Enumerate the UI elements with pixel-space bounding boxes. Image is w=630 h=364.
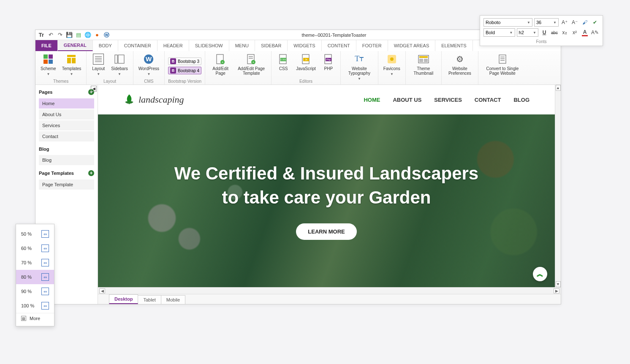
font-size-select[interactable]: 36▼ <box>534 18 559 27</box>
page-item-contact[interactable]: Contact <box>39 131 94 141</box>
font-family-select[interactable]: Roboto▼ <box>483 18 532 27</box>
bootstrap3-option[interactable]: B Bootstrap 3 <box>168 57 201 65</box>
pages-section-header: Pages + <box>35 85 98 98</box>
css-editor-button[interactable]: CSS CSS <box>275 53 292 72</box>
tab-widget-areas[interactable]: WIDGET AREAS <box>388 40 436 51</box>
prefs-button[interactable]: ⚙ Website Preferences <box>445 53 475 76</box>
strikethrough-button[interactable]: abc <box>550 28 559 37</box>
apply-button[interactable]: ✔ <box>591 18 599 27</box>
redo-icon[interactable]: ↷ <box>57 32 63 38</box>
blog-item[interactable]: Blog <box>39 155 94 165</box>
group-label: Layout <box>90 79 129 84</box>
font-weight-select[interactable]: Bold▼ <box>483 28 515 37</box>
zoom-50[interactable]: 50 %⇔ <box>16 227 54 241</box>
heading-select[interactable]: h2▼ <box>517 28 538 37</box>
tab-slideshow[interactable]: SLIDESHOW <box>189 40 229 51</box>
tab-footer[interactable]: FOOTER <box>356 40 388 51</box>
templates-button[interactable]: Templates ▼ <box>60 53 83 77</box>
device-tab-mobile[interactable]: Mobile <box>161 295 185 304</box>
wordpress-icon[interactable]: ⓦ <box>103 32 110 38</box>
save-icon[interactable]: 💾 <box>66 32 73 38</box>
subscript-button[interactable]: x₂ <box>560 28 569 37</box>
tab-general[interactable]: GENERAL <box>58 40 93 51</box>
tab-widgets[interactable]: WIDGETS <box>288 40 321 51</box>
js-editor-button[interactable]: Js JavaScript <box>294 53 318 72</box>
tab-sidebar[interactable]: SIDEBAR <box>255 40 288 51</box>
zoom-70[interactable]: 70 %⇔ <box>16 255 54 270</box>
clear-format-button[interactable]: A✎ <box>591 28 599 37</box>
horizontal-scrollbar[interactable]: ◀ ▶ <box>98 287 561 294</box>
scroll-left-arrow[interactable]: ◀ <box>99 288 105 293</box>
php-label: PHP <box>324 66 333 71</box>
learn-more-button[interactable]: LEARN MORE <box>296 223 356 240</box>
page-item-services[interactable]: Services <box>39 120 94 130</box>
typography-icon: Tᴛ <box>354 54 365 65</box>
nav-services[interactable]: SERVICES <box>434 97 462 103</box>
site-logo[interactable]: landscaping <box>123 94 184 106</box>
add-template-button[interactable]: + <box>88 170 94 176</box>
layout-button[interactable]: Layout ▼ <box>90 53 107 77</box>
php-editor-button[interactable]: Php PHP <box>320 53 337 72</box>
new-file-icon[interactable]: ▤ <box>75 32 82 38</box>
convert-button[interactable]: Convert to Single Page Website <box>482 53 523 76</box>
font-color-button[interactable]: A <box>581 28 589 37</box>
font-size-value: 36 <box>536 20 541 25</box>
ribbon-group-bootstrap: B Bootstrap 3 B Bootstrap 4 Bootstrap Ve… <box>165 51 205 84</box>
undo-icon[interactable]: ↶ <box>47 32 54 38</box>
device-tab-desktop[interactable]: Desktop <box>109 294 138 304</box>
wordpress-button[interactable]: W WordPress ▼ <box>137 53 161 77</box>
ribbon-group-layout: Layout ▼ Sidebars ▼ Layout <box>87 51 133 84</box>
template-item[interactable]: Page Template <box>39 179 94 190</box>
scroll-up-arrow[interactable]: ▲ <box>556 85 561 91</box>
tab-header[interactable]: HEADER <box>158 40 189 51</box>
scheme-button[interactable]: Scheme ▼ <box>39 53 58 77</box>
design-canvas[interactable]: landscaping HOME ABOUT US SERVICES CONTA… <box>98 85 555 287</box>
ribbon-group-thumbnail: Theme Thumbnail <box>406 51 442 84</box>
tab-content[interactable]: CONTENT <box>322 40 356 51</box>
tab-menu[interactable]: MENU <box>229 40 255 51</box>
tab-file[interactable]: FILE <box>35 40 58 51</box>
svg-text:Php: Php <box>326 58 331 61</box>
underline-button[interactable]: U <box>540 28 549 37</box>
nav-about[interactable]: ABOUT US <box>393 97 421 103</box>
nav-blog[interactable]: BLOG <box>513 97 530 103</box>
favicons-button[interactable]: Favicons ▼ <box>382 53 402 77</box>
scroll-right-arrow[interactable]: ▶ <box>554 288 559 293</box>
addedit-template-button[interactable]: + Add/Edit Page Template <box>235 53 268 76</box>
nav-contact[interactable]: CONTACT <box>475 97 501 103</box>
hero-heading[interactable]: We Certified & Insured Landscapers to ta… <box>174 162 478 209</box>
page-item-home[interactable]: Home <box>39 98 94 109</box>
scroll-down-arrow[interactable]: ▼ <box>556 281 561 287</box>
scroll-top-button[interactable]: ︽ <box>533 267 547 281</box>
sidebars-button[interactable]: Sidebars ▼ <box>109 53 129 77</box>
zoom-90[interactable]: 90 %⇔ <box>16 284 54 299</box>
browser-firefox-icon[interactable]: ● <box>94 32 100 38</box>
browser-chrome-icon[interactable]: 🌐 <box>84 32 91 38</box>
vertical-scrollbar[interactable]: ▲ ▼ <box>555 85 561 287</box>
group-label <box>209 79 268 84</box>
tab-elements[interactable]: ELEMENTS <box>435 40 472 51</box>
superscript-button[interactable]: x² <box>570 28 579 37</box>
collapse-pane-button[interactable]: ◀ <box>91 86 97 92</box>
tab-container[interactable]: CONTAINER <box>118 40 158 51</box>
nav-home[interactable]: HOME <box>364 97 380 103</box>
bootstrap4-option[interactable]: B Bootstrap 4 <box>168 67 201 74</box>
typography-button[interactable]: Tᴛ Website Typography ▼ <box>344 53 375 82</box>
templates-label: Templates <box>62 66 81 71</box>
page-item-about[interactable]: About Us <box>39 109 94 120</box>
ribbon-group-themes: Scheme ▼ Templates ▼ Themes <box>35 51 87 84</box>
text-tool-icon[interactable]: Tr <box>38 32 45 38</box>
tab-body[interactable]: BODY <box>93 40 118 51</box>
ribbon-group-typography: Tᴛ Website Typography ▼ <box>341 51 378 84</box>
layout-label: Layout <box>92 66 105 71</box>
thumbnail-button[interactable]: Theme Thumbnail <box>409 53 438 76</box>
device-tab-tablet[interactable]: Tablet <box>138 295 161 304</box>
highlight-button[interactable]: 🖌 <box>581 18 589 27</box>
zoom-60[interactable]: 60 %⇔ <box>16 241 54 255</box>
addedit-page-button[interactable]: + Add/Edit Page <box>209 53 232 76</box>
decrease-font-button[interactable]: A⁻ <box>570 18 579 27</box>
increase-font-button[interactable]: A⁺ <box>560 18 569 27</box>
zoom-100[interactable]: 100 %⇔ <box>16 299 54 313</box>
zoom-more[interactable]: ▧ More <box>16 313 54 323</box>
zoom-80[interactable]: 80 %⇔ <box>16 270 54 284</box>
